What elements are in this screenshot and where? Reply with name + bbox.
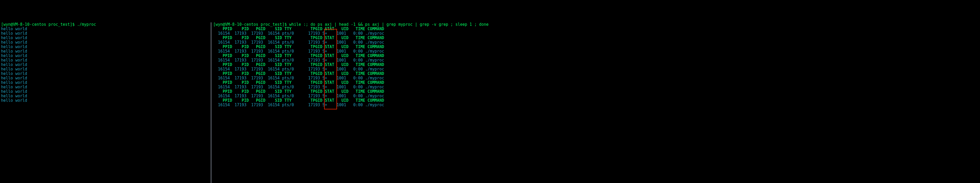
left-output-line: hello world [1, 85, 27, 89]
right-command: while :; do ps axj | head -1 && ps axj |… [289, 22, 489, 27]
left-output-line: hello world [1, 40, 27, 45]
left-output-line: hello world [1, 80, 27, 85]
ps-data-row: 16154 17193 17193 16154 pts/0 17193 S+ 1… [213, 103, 384, 107]
right-prompt: [wyn@VM-8-10-centos proc_test]$ [213, 22, 289, 27]
left-output-line: hello world [1, 49, 27, 54]
left-output-line: hello world [1, 27, 27, 31]
left-output-line: hello world [1, 76, 27, 80]
left-output-line: hello world [1, 89, 27, 94]
ps-header-row: PPID PID PGID SID TTY TPGID STAT UID TIM… [213, 98, 384, 103]
ps-data-row: 16154 17193 17193 16154 pts/0 17193 S+ 1… [213, 85, 384, 89]
ps-data-row: 16154 17193 17193 16154 pts/0 17193 S+ 1… [213, 49, 384, 54]
left-output-line: hello world [1, 53, 27, 58]
ps-header-row: PPID PID PGID SID TTY TPGID STAT UID TIM… [213, 80, 384, 85]
ps-data-row: 16154 17193 17193 16154 pts/0 17193 S+ 1… [213, 31, 384, 36]
ps-data-row: 16154 17193 17193 16154 pts/0 17193 S+ 1… [213, 76, 384, 80]
terminal-split-view: [wyn@VM-8-10-centos proc_test]$ ./myproc… [0, 22, 980, 183]
ps-data-row: 16154 17193 17193 16154 pts/0 17193 S+ 1… [213, 40, 384, 45]
ps-header-row: PPID PID PGID SID TTY TPGID STAT UID TIM… [213, 71, 384, 76]
right-terminal-pane[interactable]: [wyn@VM-8-10-centos proc_test]$ while :;… [212, 22, 980, 183]
ps-header-row: PPID PID PGID SID TTY TPGID STAT UID TIM… [213, 45, 384, 49]
left-output-line: hello world [1, 31, 27, 36]
left-output-line: hello world [1, 45, 27, 49]
left-output-line: hello world [1, 98, 27, 103]
left-output-line: hello world [1, 67, 27, 72]
ps-header-row: PPID PID PGID SID TTY TPGID STAT UID TIM… [213, 53, 384, 58]
left-output-line: hello world [1, 94, 27, 98]
ps-header-row: PPID PID PGID SID TTY TPGID STAT UID TIM… [213, 27, 384, 31]
ps-data-row: 16154 17193 17193 16154 pts/0 17193 S+ 1… [213, 58, 384, 62]
left-output-line: hello world [1, 62, 27, 67]
left-output-line: hello world [1, 35, 27, 40]
ps-header-row: PPID PID PGID SID TTY TPGID STAT UID TIM… [213, 35, 384, 40]
left-prompt: [wyn@VM-8-10-centos proc_test]$ [1, 22, 77, 27]
ps-header-row: PPID PID PGID SID TTY TPGID STAT UID TIM… [213, 62, 384, 67]
ps-header-row: PPID PID PGID SID TTY TPGID STAT UID TIM… [213, 89, 384, 94]
left-output-line: hello world [1, 71, 27, 76]
left-output-line: hello world [1, 58, 27, 62]
ps-data-row: 16154 17193 17193 16154 pts/0 17193 S+ 1… [213, 67, 384, 72]
ps-data-row: 16154 17193 17193 16154 pts/0 17193 S+ 1… [213, 94, 384, 98]
left-terminal-pane[interactable]: [wyn@VM-8-10-centos proc_test]$ ./myproc… [0, 22, 210, 183]
left-command: ./myproc [77, 22, 96, 27]
